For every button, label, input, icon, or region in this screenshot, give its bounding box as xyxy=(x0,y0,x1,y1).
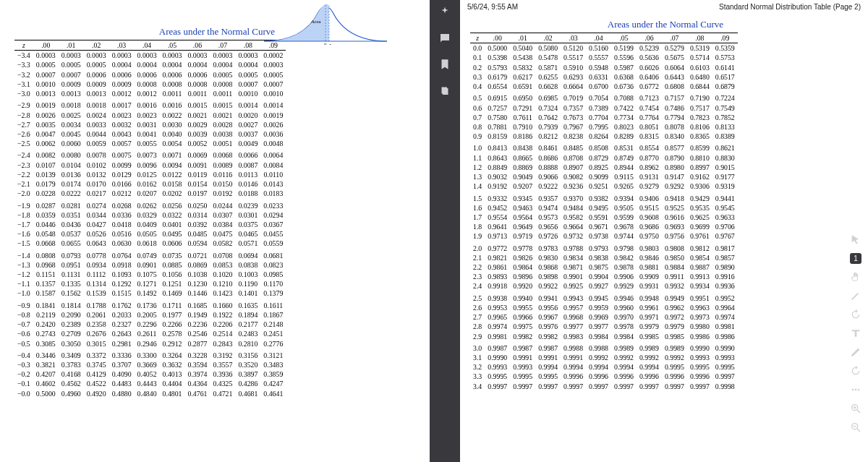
table-row: −0.20.42070.41680.41290.40900.40520.4013… xyxy=(14,369,286,379)
table-row: −3.00.00130.00130.00130.00120.00120.0011… xyxy=(14,89,286,98)
table-row: 0.20.57930.58320.58710.59100.59480.59870… xyxy=(470,63,738,72)
prob-cell: 0.0043 xyxy=(109,129,135,139)
prob-cell: 0.4761 xyxy=(185,389,210,398)
prob-cell: 0.0003 xyxy=(84,51,109,61)
prob-cell: 0.0446 xyxy=(33,220,59,229)
prob-cell: 0.8315 xyxy=(637,132,662,141)
prob-cell: 0.9871 xyxy=(561,262,586,272)
prob-cell: 0.9991 xyxy=(510,353,535,362)
prob-cell: 0.0301 xyxy=(235,210,260,220)
prob-cell: 0.1977 xyxy=(160,310,185,320)
prob-cell: 0.9616 xyxy=(662,213,687,222)
prob-cell: 0.8869 xyxy=(510,163,535,172)
table-row: −1.70.04460.04360.04270.04180.04090.0401… xyxy=(14,220,286,229)
table-row: 2.90.99810.99820.99820.99830.99840.99840… xyxy=(470,332,738,341)
prob-cell: 0.7190 xyxy=(687,93,712,103)
bookmark-icon[interactable] xyxy=(438,58,451,71)
hand-icon[interactable] xyxy=(850,271,861,283)
table-row: −2.00.02280.02220.02170.02120.02070.0202… xyxy=(14,189,286,198)
prob-cell: 0.4013 xyxy=(160,369,185,379)
prob-cell: 0.7517 xyxy=(687,103,712,113)
table-row: −0.50.30850.30500.30150.29810.29460.2912… xyxy=(14,339,286,348)
col-header: .04 xyxy=(135,40,160,51)
z-value: 1.4 xyxy=(470,181,485,191)
prob-cell: 0.2483 xyxy=(235,329,260,338)
pdf-center-toolbar xyxy=(430,0,460,462)
prob-cell: 0.7734 xyxy=(611,113,637,122)
prob-cell: 0.1271 xyxy=(135,279,160,288)
prob-cell: 0.0011 xyxy=(185,89,210,98)
prob-cell: 0.0401 xyxy=(160,220,185,229)
prob-cell: 0.9901 xyxy=(561,272,586,281)
prob-cell: 0.9916 xyxy=(712,272,738,281)
z-value: −1.9 xyxy=(14,201,33,210)
more-icon[interactable] xyxy=(850,384,861,395)
zoom-out-icon[interactable] xyxy=(850,422,861,433)
table-row: −1.50.06680.06550.06430.06300.06180.0606… xyxy=(14,239,286,248)
prob-cell: 0.9306 xyxy=(687,181,712,191)
z-value: 1.5 xyxy=(470,194,485,203)
table-row: 0.10.53980.54380.54780.55170.55570.55960… xyxy=(470,53,738,62)
prob-cell: 0.9463 xyxy=(510,203,535,213)
prob-cell: 0.1841 xyxy=(33,301,59,310)
prob-cell: 0.2451 xyxy=(260,329,286,338)
prob-cell: 0.8289 xyxy=(611,132,637,141)
prob-cell: 0.8461 xyxy=(535,143,561,153)
prob-cell: 0.5319 xyxy=(687,43,712,54)
prob-cell: 0.8340 xyxy=(662,132,687,141)
area-label: Area xyxy=(311,19,321,25)
prob-cell: 0.9973 xyxy=(687,312,712,322)
prob-cell: 0.0336 xyxy=(109,210,135,220)
table-row: 0.50.69150.69500.69850.70190.70540.70880… xyxy=(470,93,738,103)
prob-cell: 0.9996 xyxy=(586,372,611,381)
pencil-icon[interactable] xyxy=(850,346,861,358)
prob-cell: 0.9997 xyxy=(662,382,687,391)
table-row: −0.40.34460.34090.33720.33360.33000.3264… xyxy=(14,351,286,360)
prob-cell: 0.9994 xyxy=(535,362,561,372)
prob-cell: 0.9976 xyxy=(535,322,561,331)
prob-cell: 0.2061 xyxy=(84,310,109,320)
pdf-right-toolbar: 1 xyxy=(845,17,867,462)
prob-cell: 0.9678 xyxy=(611,222,637,231)
prob-cell: 0.0066 xyxy=(235,150,260,160)
prob-cell: 0.5199 xyxy=(611,43,637,54)
svg-point-5 xyxy=(852,389,854,391)
prob-cell: 0.8554 xyxy=(637,143,662,153)
cursor-icon[interactable] xyxy=(850,234,861,246)
z-value: −1.7 xyxy=(14,220,33,229)
prob-cell: 0.7852 xyxy=(712,113,738,122)
prob-cell: 0.8599 xyxy=(687,143,712,153)
z-value: −0.2 xyxy=(14,369,33,379)
prob-cell: 0.0287 xyxy=(33,201,59,210)
table-row: −1.00.15870.15620.15390.15150.14920.1469… xyxy=(14,288,286,298)
loop-icon[interactable] xyxy=(850,309,861,320)
prob-cell: 0.9332 xyxy=(485,194,510,203)
prob-cell: 0.0013 xyxy=(59,89,84,98)
prob-cell: 0.1562 xyxy=(59,288,84,298)
table-row: −0.70.24200.23890.23580.23270.22960.2266… xyxy=(14,320,286,329)
prob-cell: 0.9938 xyxy=(485,294,510,303)
col-header: .03 xyxy=(561,33,586,43)
prob-cell: 0.9693 xyxy=(662,222,687,231)
prob-cell: 0.9515 xyxy=(637,203,662,213)
page-indicator[interactable]: 1 xyxy=(850,253,861,264)
copy-icon[interactable] xyxy=(438,84,451,97)
prob-cell: 0.1611 xyxy=(260,301,286,310)
pen-icon[interactable] xyxy=(850,290,861,301)
prob-cell: 0.9793 xyxy=(586,244,611,253)
prob-cell: 0.3897 xyxy=(235,369,260,379)
prob-cell: 0.9993 xyxy=(687,353,712,362)
prob-cell: 0.0005 xyxy=(235,70,260,80)
chat-icon[interactable] xyxy=(438,32,451,45)
prob-cell: 0.0047 xyxy=(33,129,59,139)
prob-cell: 0.0262 xyxy=(135,201,160,210)
table-row: 2.50.99380.99400.99410.99430.99450.99460… xyxy=(470,294,738,303)
prob-cell: 0.9850 xyxy=(662,253,687,262)
table-row: 3.10.99900.99910.99910.99910.99920.99920… xyxy=(470,353,738,362)
redo-icon[interactable] xyxy=(850,365,861,377)
prob-cell: 0.8159 xyxy=(485,132,510,141)
text-icon[interactable] xyxy=(850,328,861,339)
table-row: −0.10.46020.45620.45220.44830.44430.4404… xyxy=(14,379,286,388)
zoom-in-icon[interactable] xyxy=(850,403,861,414)
sparkle-icon[interactable] xyxy=(438,6,451,19)
